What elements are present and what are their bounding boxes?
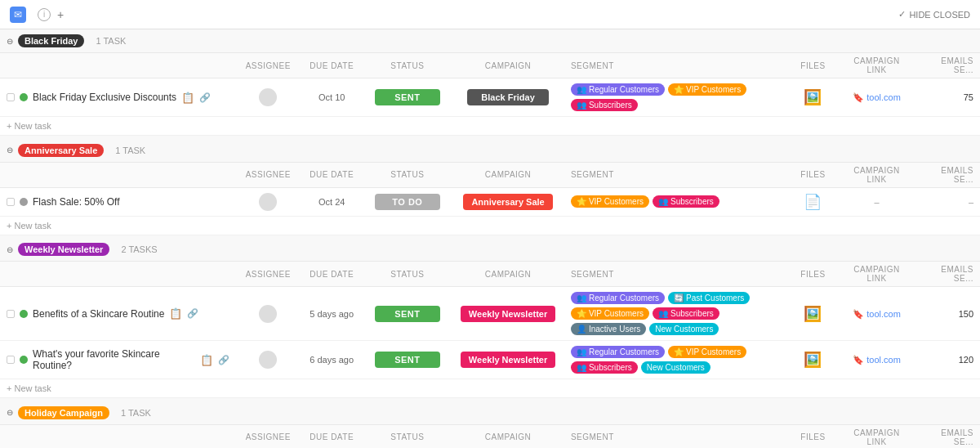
task-name-text: Benefits of a Skincare Routine xyxy=(33,308,164,320)
segment-cell: 👥Regular Customers🔄Past Customers⭐VIP Cu… xyxy=(564,287,789,341)
task-name-cell: What's your favorite Skincare Routine? 📋… xyxy=(0,341,236,379)
col-emailssent-header: EMAILS SE... xyxy=(916,162,980,187)
task-color-dot xyxy=(20,93,28,101)
col-files-header: FILES xyxy=(789,162,837,187)
task-checkbox[interactable] xyxy=(7,198,15,206)
col-emailssent-header: EMAILS SE... xyxy=(916,424,980,448)
new-task-link[interactable]: + New task xyxy=(7,221,51,231)
files-cell: 🖼️ xyxy=(789,287,837,341)
hide-closed-button[interactable]: ✓ HIDE CLOSED xyxy=(898,9,970,20)
col-duedate-header: DUE DATE xyxy=(301,262,363,287)
col-campaignlink-header: CAMPAIGN LINK xyxy=(837,424,916,448)
segment-tag: 🔄Past Customers xyxy=(668,292,750,304)
checkmark-icon: ✓ xyxy=(898,9,906,20)
table-row: Benefits of a Skincare Routine 📋🔗 5 days… xyxy=(0,287,980,341)
task-checkbox[interactable] xyxy=(7,356,15,364)
link-icon: 🔗 xyxy=(199,92,211,103)
status-cell[interactable]: TO DO xyxy=(363,187,452,216)
app-container: ✉ i + ✓ HIDE CLOSED ⊖ Black Friday 1 TAS… xyxy=(0,0,980,448)
status-cell[interactable]: SENT xyxy=(363,287,452,341)
status-badge[interactable]: TO DO xyxy=(375,194,440,210)
new-task-link[interactable]: + New task xyxy=(7,121,51,131)
task-color-dot xyxy=(20,356,28,364)
group-chevron-anniversary-sale[interactable]: ⊖ xyxy=(7,146,13,155)
table-row: Black Friday Exclusive Discounts 📋🔗 Oct … xyxy=(0,78,980,117)
campaign-link[interactable]: 🔖 tool.com xyxy=(853,92,901,102)
status-badge[interactable]: SENT xyxy=(375,352,440,368)
info-icon[interactable]: i xyxy=(38,8,51,21)
col-header-black-friday: ASSIGNEE DUE DATE STATUS CAMPAIGN SEGMEN… xyxy=(0,53,980,78)
assignee-cell xyxy=(236,287,301,341)
campaign-badge[interactable]: Anniversary Sale xyxy=(463,194,552,210)
group-task-count-anniversary-sale: 1 TASK xyxy=(115,146,145,155)
col-status-header: STATUS xyxy=(363,262,452,287)
due-date: Oct 24 xyxy=(318,197,345,207)
group-badge-weekly-newsletter[interactable]: Weekly Newsletter xyxy=(18,243,109,256)
campaign-link-dash: – xyxy=(874,197,879,207)
files-cell: 📄 xyxy=(789,187,837,216)
campaign-link[interactable]: 🔖 tool.com xyxy=(853,309,901,319)
status-cell[interactable]: SENT xyxy=(363,341,452,379)
status-cell[interactable]: SENT xyxy=(363,78,452,117)
segment-tags: 👥Regular Customers⭐VIP Customers👥Subscri… xyxy=(571,83,782,111)
due-date: 5 days ago xyxy=(310,309,354,319)
group-badge-black-friday[interactable]: Black Friday xyxy=(18,34,84,47)
campaign-link-cell[interactable]: 🔖 tool.com xyxy=(837,341,916,379)
col-emailssent-header: EMAILS SE... xyxy=(916,53,980,78)
segment-cell: 👥Regular Customers⭐VIP Customers👥Subscri… xyxy=(564,78,789,117)
group-chevron-black-friday[interactable]: ⊖ xyxy=(7,37,13,46)
task-checkbox[interactable] xyxy=(7,310,15,318)
group-badge-anniversary-sale[interactable]: Anniversary Sale xyxy=(18,144,104,157)
files-cell: 🖼️ xyxy=(789,78,837,117)
group-chevron-weekly-newsletter[interactable]: ⊖ xyxy=(7,245,13,254)
due-date-cell: 6 days ago xyxy=(301,341,363,379)
new-task-row-anniversary-sale: + New task xyxy=(0,216,980,235)
group-header-anniversary-sale: ⊖ Anniversary Sale 1 TASK xyxy=(0,139,980,163)
group-task-count-holiday-campaign: 1 TASK xyxy=(121,408,151,418)
emails-sent-cell: 75 xyxy=(916,78,980,117)
col-assignee-header: ASSIGNEE xyxy=(236,162,301,187)
new-task-button[interactable]: + xyxy=(57,8,67,21)
col-segment-header: SEGMENT xyxy=(564,424,789,448)
task-checkbox[interactable] xyxy=(7,93,15,101)
campaign-badge[interactable]: Black Friday xyxy=(467,89,549,105)
due-date-cell: Oct 24 xyxy=(301,187,363,216)
campaign-cell[interactable]: Weekly Newsletter xyxy=(452,341,564,379)
assignee-avatar xyxy=(259,351,277,369)
campaign-cell[interactable]: Weekly Newsletter xyxy=(452,287,564,341)
group-header-black-friday: ⊖ Black Friday 1 TASK xyxy=(0,29,980,53)
campaign-badge[interactable]: Weekly Newsletter xyxy=(461,352,555,368)
campaign-cell[interactable]: Anniversary Sale xyxy=(452,187,564,216)
doc-icon: 📋 xyxy=(181,92,194,104)
campaign-cell[interactable]: Black Friday xyxy=(452,78,564,117)
due-date-cell: 5 days ago xyxy=(301,287,363,341)
group-badge-holiday-campaign[interactable]: Holiday Campaign xyxy=(18,406,109,419)
campaign-badge[interactable]: Weekly Newsletter xyxy=(461,306,555,322)
col-header-holiday-campaign: ASSIGNEE DUE DATE STATUS CAMPAIGN SEGMEN… xyxy=(0,424,980,448)
status-badge[interactable]: SENT xyxy=(375,306,440,322)
segment-cell: 👥Regular Customers⭐VIP Customers👥Subscri… xyxy=(564,341,789,379)
col-name-header xyxy=(0,262,236,287)
emails-sent-cell: 150 xyxy=(916,287,980,341)
campaign-link[interactable]: 🔖 tool.com xyxy=(853,355,901,365)
campaign-link-cell[interactable]: – xyxy=(837,187,916,216)
col-duedate-header: DUE DATE xyxy=(301,53,363,78)
col-status-header: STATUS xyxy=(363,53,452,78)
task-name-cell: Benefits of a Skincare Routine 📋🔗 xyxy=(0,287,236,341)
segment-tags: 👥Regular Customers⭐VIP Customers👥Subscri… xyxy=(571,346,782,374)
task-name-text: What's your favorite Skincare Routine? xyxy=(33,348,195,371)
files-cell: 🖼️ xyxy=(789,341,837,379)
campaign-link-cell[interactable]: 🔖 tool.com xyxy=(837,287,916,341)
col-files-header: FILES xyxy=(789,424,837,448)
group-task-count-weekly-newsletter: 2 TASKS xyxy=(121,244,157,254)
group-chevron-holiday-campaign[interactable]: ⊖ xyxy=(7,408,13,417)
segment-tag: 👤Inactive Users xyxy=(571,323,646,335)
col-assignee-header: ASSIGNEE xyxy=(236,262,301,287)
plus-icon: + xyxy=(57,8,64,21)
status-badge[interactable]: SENT xyxy=(375,89,440,105)
new-task-link[interactable]: + New task xyxy=(7,383,51,393)
col-campaignlink-header: CAMPAIGN LINK xyxy=(837,262,916,287)
col-campaign-header: CAMPAIGN xyxy=(452,424,564,448)
campaign-link-cell[interactable]: 🔖 tool.com xyxy=(837,78,916,117)
assignee-cell xyxy=(236,187,301,216)
